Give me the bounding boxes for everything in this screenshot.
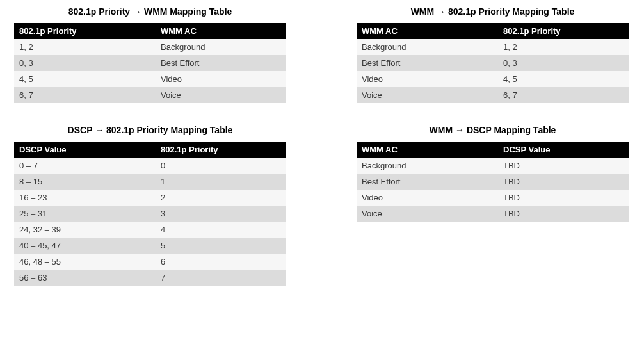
cell: 8 – 15 <box>14 174 156 190</box>
cell: TBD <box>498 190 629 206</box>
table-row: 25 – 313 <box>14 206 286 222</box>
col-header: 802.1p Priority <box>14 23 156 39</box>
block-8021p-to-wmm: 802.1p Priority → WMM Mapping Table 802.… <box>14 6 286 103</box>
cell: 1, 2 <box>14 39 156 55</box>
table-header-row: WMM AC DCSP Value <box>357 142 629 158</box>
table-wmm-to-dscp: WMM AC DCSP Value BackgroundTBD Best Eff… <box>357 142 629 222</box>
arrow-icon: → <box>133 6 141 17</box>
table-row: 6, 7Voice <box>14 87 286 103</box>
table-row: 0 – 70 <box>14 158 286 174</box>
title-wmm-to-8021p: WMM → 802.1p Priority Mapping Table <box>357 6 629 17</box>
cell: Best Effort <box>357 174 498 190</box>
arrow-icon: → <box>455 125 464 135</box>
cell: 5 <box>156 238 286 254</box>
cell: Best Effort <box>357 55 498 71</box>
cell: Background <box>357 39 498 55</box>
title-part-b: WMM Mapping Table <box>141 6 232 17</box>
table-row: Voice6, 7 <box>357 87 629 103</box>
table-row: 56 – 637 <box>14 270 286 286</box>
col-header: DCSP Value <box>498 142 629 158</box>
table-row: Video4, 5 <box>357 71 629 87</box>
block-wmm-to-8021p: WMM → 802.1p Priority Mapping Table WMM … <box>357 6 629 103</box>
cell: 4 <box>156 222 286 238</box>
table-dscp-to-8021p: DSCP Value 802.1p Priority 0 – 70 8 – 15… <box>14 142 286 286</box>
cell: Best Effort <box>156 55 286 71</box>
cell: 6, 7 <box>498 87 629 103</box>
cell: Voice <box>357 206 498 222</box>
cell: 24, 32 – 39 <box>14 222 156 238</box>
col-header: WMM AC <box>357 142 498 158</box>
cell: 0 <box>156 158 286 174</box>
table-header-row: WMM AC 802.1p Priority <box>357 23 629 39</box>
col-header: 802.1p Priority <box>498 23 629 39</box>
title-part-b: DSCP Mapping Table <box>464 125 556 135</box>
cell: 7 <box>156 270 286 286</box>
cell: Voice <box>357 87 498 103</box>
cell: Background <box>156 39 286 55</box>
title-dscp-to-8021p: DSCP → 802.1p Priority Mapping Table <box>14 125 286 135</box>
cell: Video <box>357 71 498 87</box>
title-part-a: DSCP <box>68 125 95 135</box>
cell: TBD <box>498 174 629 190</box>
cell: 16 – 23 <box>14 190 156 206</box>
table-row: VoiceTBD <box>357 206 629 222</box>
block-wmm-to-dscp: WMM → DSCP Mapping Table WMM AC DCSP Val… <box>357 125 629 286</box>
title-part-a: 802.1p Priority <box>68 6 133 17</box>
table-row: 40 – 45, 475 <box>14 238 286 254</box>
table-header-row: DSCP Value 802.1p Priority <box>14 142 286 158</box>
cell: 46, 48 – 55 <box>14 254 156 270</box>
cell: 1 <box>156 174 286 190</box>
table-row: 46, 48 – 556 <box>14 254 286 270</box>
arrow-icon: → <box>437 6 446 17</box>
mapping-tables-page: 802.1p Priority → WMM Mapping Table 802.… <box>0 0 644 320</box>
cell: Video <box>357 190 498 206</box>
cell: TBD <box>498 206 629 222</box>
cell: Video <box>156 71 286 87</box>
table-row: Background1, 2 <box>357 39 629 55</box>
title-part-b: 802.1p Priority Mapping Table <box>446 6 574 17</box>
table-row: Best EffortTBD <box>357 174 629 190</box>
tables-grid: 802.1p Priority → WMM Mapping Table 802.… <box>14 6 630 307</box>
col-header: WMM AC <box>156 23 286 39</box>
table-row: Best Effort0, 3 <box>357 55 629 71</box>
cell: 0, 3 <box>498 55 629 71</box>
table-row: BackgroundTBD <box>357 158 629 174</box>
cell: 56 – 63 <box>14 270 156 286</box>
cell: 0, 3 <box>14 55 156 71</box>
cell: Voice <box>156 87 286 103</box>
table-8021p-to-wmm: 802.1p Priority WMM AC 1, 2Background 0,… <box>14 23 286 103</box>
col-header: DSCP Value <box>14 142 156 158</box>
cell: Background <box>357 158 498 174</box>
cell: 1, 2 <box>498 39 629 55</box>
cell: 40 – 45, 47 <box>14 238 156 254</box>
title-part-b: 802.1p Priority Mapping Table <box>104 125 232 135</box>
title-part-a: WMM <box>411 6 437 17</box>
cell: 6 <box>156 254 286 270</box>
cell: 0 – 7 <box>14 158 156 174</box>
table-header-row: 802.1p Priority WMM AC <box>14 23 286 39</box>
arrow-icon: → <box>95 125 104 135</box>
table-wmm-to-8021p: WMM AC 802.1p Priority Background1, 2 Be… <box>357 23 629 103</box>
table-row: 1, 2Background <box>14 39 286 55</box>
table-row: 16 – 232 <box>14 190 286 206</box>
col-header: 802.1p Priority <box>156 142 286 158</box>
table-row: VideoTBD <box>357 190 629 206</box>
cell: TBD <box>498 158 629 174</box>
col-header: WMM AC <box>357 23 498 39</box>
cell: 25 – 31 <box>14 206 156 222</box>
cell: 4, 5 <box>14 71 156 87</box>
cell: 6, 7 <box>14 87 156 103</box>
title-part-a: WMM <box>430 125 455 135</box>
cell: 4, 5 <box>498 71 629 87</box>
cell: 3 <box>156 206 286 222</box>
title-8021p-to-wmm: 802.1p Priority → WMM Mapping Table <box>14 6 286 17</box>
cell: 2 <box>156 190 286 206</box>
table-row: 4, 5Video <box>14 71 286 87</box>
table-row: 0, 3Best Effort <box>14 55 286 71</box>
table-row: 8 – 151 <box>14 174 286 190</box>
table-row: 24, 32 – 394 <box>14 222 286 238</box>
title-wmm-to-dscp: WMM → DSCP Mapping Table <box>357 125 629 135</box>
block-dscp-to-8021p: DSCP → 802.1p Priority Mapping Table DSC… <box>14 125 286 286</box>
